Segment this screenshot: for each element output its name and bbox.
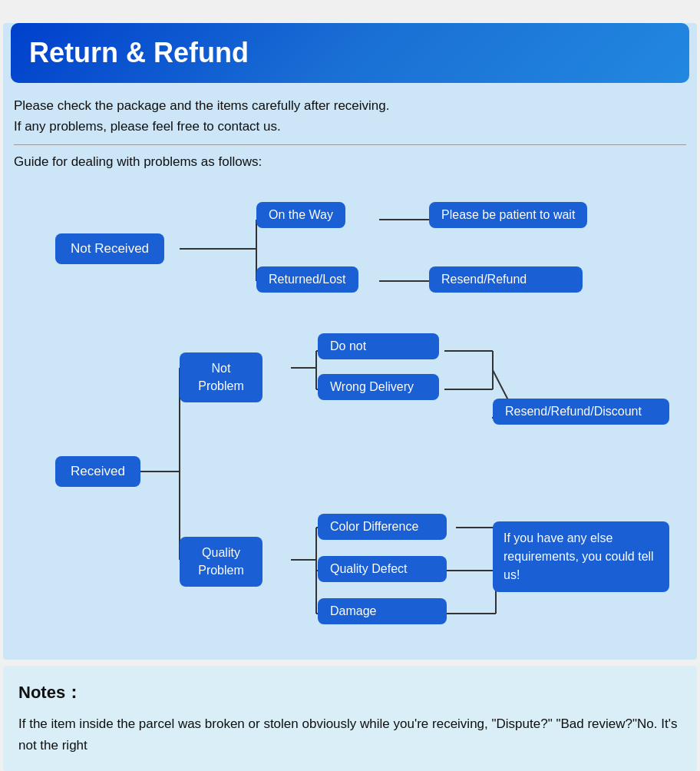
flow-bottom-section: Received Not Problem Quality Problem Do … <box>18 329 682 621</box>
notes-title: Notes： <box>18 681 682 704</box>
returned-lost-node: Returned/Lost <box>256 266 358 293</box>
requirements-node: If you have any else requirements, you c… <box>493 521 669 592</box>
notes-body: If the item inside the parcel was broken… <box>18 713 682 755</box>
header-banner: Return & Refund <box>11 23 689 83</box>
quality-defect-node: Quality Defect <box>318 556 447 582</box>
do-not-node: Do not <box>318 333 439 359</box>
received-node: Received <box>55 456 140 487</box>
not-problem-node: Not Problem <box>180 352 262 402</box>
resend-refund-discount-node: Resend/Refund/Discount <box>493 399 669 425</box>
intro-line1: Please check the package and the items c… <box>14 98 390 113</box>
not-received-node: Not Received <box>55 233 164 264</box>
intro-line2: If any problems, please feel free to con… <box>14 119 281 134</box>
resend-refund-top-node: Resend/Refund <box>429 266 583 293</box>
flow-top-section: Not Received On the Way Please be patien… <box>18 191 682 306</box>
quality-problem-node: Quality Problem <box>180 537 262 587</box>
color-difference-node: Color Difference <box>318 514 447 540</box>
damage-node: Damage <box>318 598 447 624</box>
please-wait-node: Please be patient to wait <box>429 202 587 228</box>
page-title: Return & Refund <box>29 37 249 68</box>
wrong-delivery-node: Wrong Delivery <box>318 374 439 400</box>
guide-label: Guide for dealing with problems as follo… <box>14 154 686 170</box>
intro-text: Please check the package and the items c… <box>14 95 686 137</box>
on-the-way-node: On the Way <box>256 202 345 228</box>
notes-section: Notes： If the item inside the parcel was… <box>3 666 697 770</box>
section-divider <box>14 144 686 145</box>
